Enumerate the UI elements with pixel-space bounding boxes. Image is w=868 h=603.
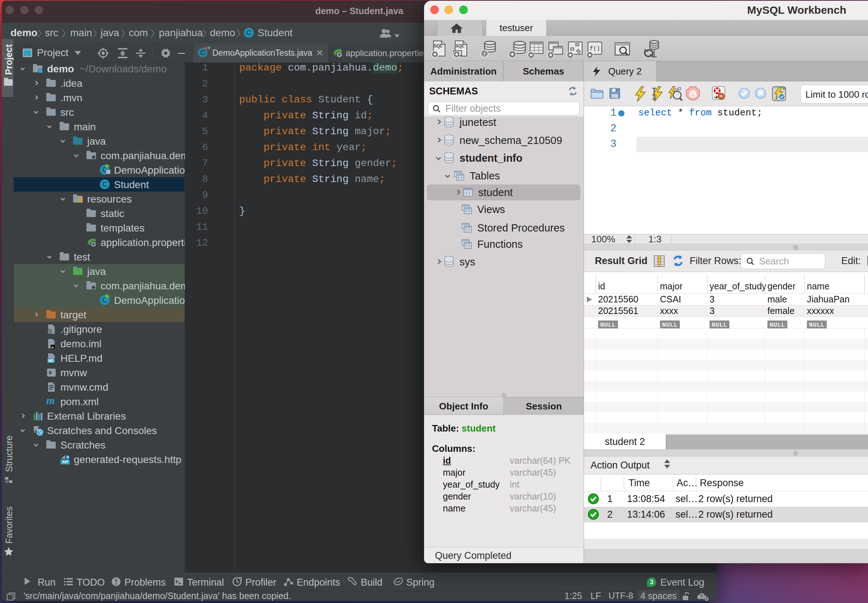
- svg-text:f(): f(): [590, 46, 600, 52]
- svg-text:MD: MD: [48, 359, 54, 363]
- svg-text:SQL: SQL: [434, 43, 443, 48]
- svg-text:?: ?: [700, 594, 703, 599]
- svg-text:SQL: SQL: [455, 43, 464, 48]
- svg-text:i: i: [484, 51, 485, 56]
- svg-text:API: API: [62, 460, 68, 464]
